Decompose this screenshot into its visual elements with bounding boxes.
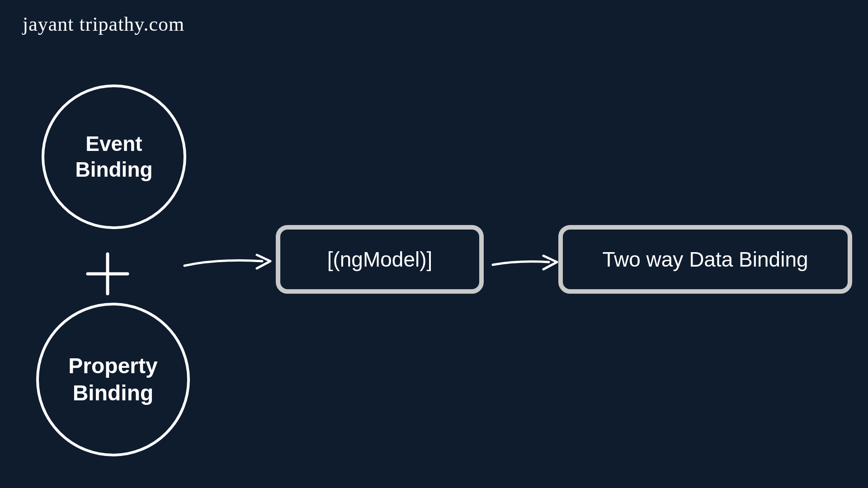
circle-event-binding: Event Binding [42, 84, 186, 229]
site-watermark: jayant tripathy.com [23, 13, 184, 36]
circle-line2: Binding [75, 158, 152, 181]
circle-line2: Binding [73, 381, 154, 405]
box-label: Two way Data Binding [602, 247, 808, 272]
arrow-icon [491, 252, 559, 275]
circle-label: Event Binding [75, 131, 152, 183]
plus-icon [85, 251, 130, 296]
box-ngmodel: [(ngModel)] [276, 225, 484, 294]
circle-line1: Event [85, 132, 142, 155]
arrow-icon [183, 252, 273, 275]
box-label: [(ngModel)] [327, 247, 433, 272]
circle-line1: Property [68, 354, 157, 378]
circle-property-binding: Property Binding [36, 303, 190, 456]
box-two-way-binding: Two way Data Binding [558, 225, 852, 294]
circle-label: Property Binding [68, 352, 157, 407]
